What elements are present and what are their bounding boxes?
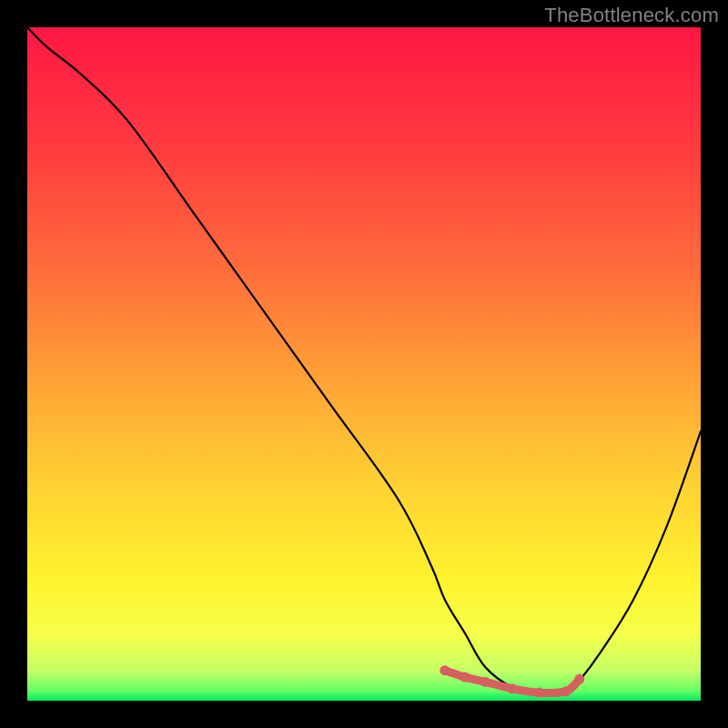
min-plateau-dots	[440, 665, 584, 697]
highlight-dot	[574, 674, 584, 684]
highlight-dot	[534, 688, 544, 698]
bottleneck-curve	[27, 27, 701, 695]
watermark-text: TheBottleneck.com	[544, 4, 719, 27]
plot-area	[27, 27, 701, 701]
curve-layer	[27, 27, 701, 701]
highlight-dot	[561, 686, 571, 696]
highlight-dot	[480, 677, 490, 687]
chart-container: TheBottleneck.com	[0, 0, 728, 728]
highlight-dot	[460, 672, 470, 682]
highlight-dot	[440, 665, 450, 675]
highlight-dot	[507, 683, 517, 693]
